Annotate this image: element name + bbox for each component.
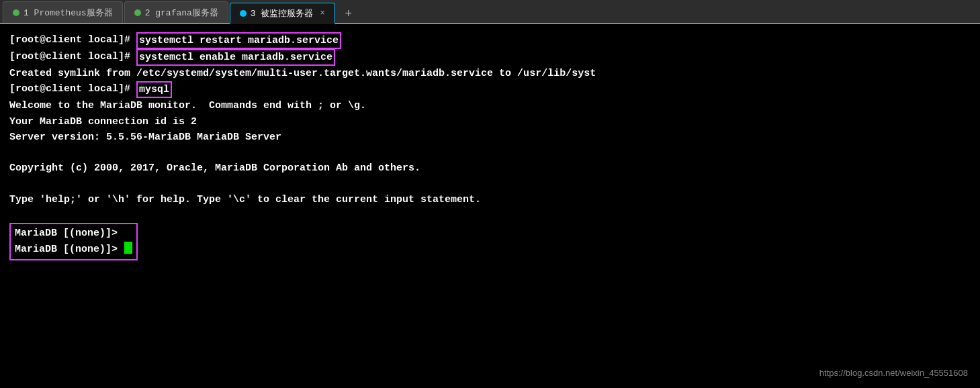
- output-version: Server version: 5.5.56-MariaDB MariaDB S…: [9, 130, 281, 145]
- tab-label-prometheus: 1 Prometheus服务器: [24, 7, 113, 19]
- output-copyright: Copyright (c) 2000, 2017, Oracle, MariaD…: [9, 160, 420, 176]
- cursor: [124, 242, 132, 254]
- tab-close-icon[interactable]: ×: [320, 9, 324, 18]
- cmd-highlight-3: mysql: [136, 81, 172, 98]
- tab-monitored[interactable]: 3 被监控服务器 ×: [230, 3, 335, 24]
- tab-dot-monitored: [240, 10, 247, 17]
- terminal-line-7: Server version: 5.5.56-MariaDB MariaDB S…: [9, 130, 971, 145]
- cmd-highlight-2: systemctl enable mariadb.service: [136, 49, 335, 66]
- mariadb-prompt-text-1: MariaDB [(none)]>: [15, 226, 118, 242]
- tab-dot-grafana: [134, 9, 141, 16]
- terminal-blank-1: [9, 145, 971, 160]
- tab-bar: 1 Prometheus服务器 2 grafana服务器 3 被监控服务器 × …: [0, 0, 980, 24]
- cmd-highlight-1: systemctl restart mariadb.service: [136, 32, 341, 49]
- tab-prometheus[interactable]: 1 Prometheus服务器: [3, 1, 123, 23]
- terminal-line-6: Your MariaDB connection id is 2: [9, 114, 971, 130]
- output-welcome: Welcome to the MariaDB monitor. Commands…: [9, 98, 366, 113]
- terminal-line-4: [root@client local]# mysql: [9, 81, 971, 98]
- terminal-line-8: Copyright (c) 2000, 2017, Oracle, MariaD…: [9, 160, 971, 176]
- output-typehelp: Type 'help;' or '\h' for help. Type '\c'…: [9, 192, 481, 207]
- tab-grafana[interactable]: 2 grafana服务器: [124, 1, 228, 23]
- mariadb-prompt-block: MariaDB [(none)]> MariaDB [(none)]>: [9, 223, 138, 260]
- terminal-line-5: Welcome to the MariaDB monitor. Commands…: [9, 98, 971, 113]
- terminal-line-1: [root@client local]# systemctl restart m…: [9, 32, 971, 49]
- tab-label-grafana: 2 grafana服务器: [145, 7, 218, 19]
- terminal-line-3: Created symlink from /etc/systemd/system…: [9, 66, 971, 81]
- output-symlink: Created symlink from /etc/systemd/system…: [9, 66, 596, 81]
- tab-label-monitored: 3 被监控服务器: [251, 7, 314, 19]
- prompt-3: [root@client local]#: [9, 81, 136, 97]
- prompt-1: [root@client local]#: [9, 32, 136, 48]
- terminal-line-9: Type 'help;' or '\h' for help. Type '\c'…: [9, 192, 971, 207]
- prompt-2: [root@client local]#: [9, 49, 136, 64]
- mariadb-prompt-line-2: MariaDB [(none)]>: [15, 242, 132, 258]
- tab-add-button[interactable]: +: [339, 4, 358, 23]
- terminal-blank-2: [9, 177, 971, 192]
- mariadb-prompt-text-2: MariaDB [(none)]>: [15, 242, 124, 258]
- watermark: https://blog.csdn.net/weixin_45551608: [819, 367, 968, 380]
- terminal-blank-3: [9, 207, 971, 223]
- tab-dot-prometheus: [13, 9, 19, 16]
- mariadb-prompt-line-1: MariaDB [(none)]>: [15, 226, 132, 242]
- terminal: [root@client local]# systemctl restart m…: [0, 24, 980, 388]
- output-connid: Your MariaDB connection id is 2: [9, 114, 197, 130]
- terminal-line-2: [root@client local]# systemctl enable ma…: [9, 49, 971, 66]
